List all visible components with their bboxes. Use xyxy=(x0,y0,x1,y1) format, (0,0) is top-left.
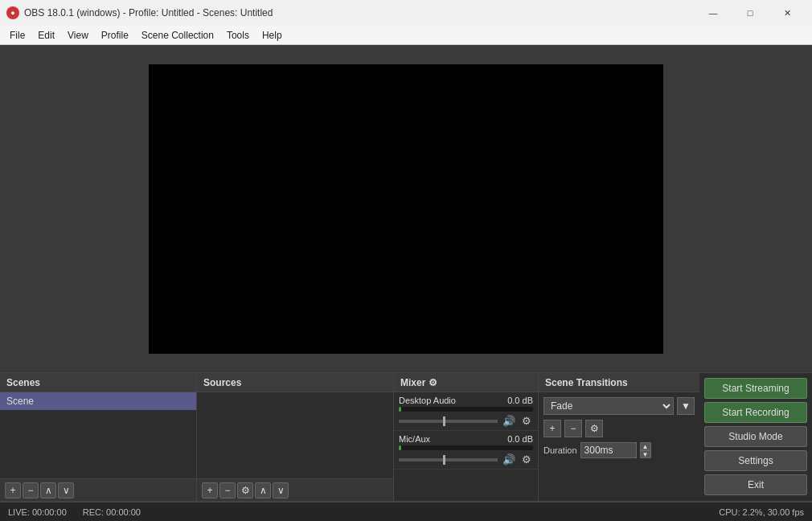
sources-list xyxy=(197,392,393,478)
sources-footer: + − ⚙ ∧ ∨ xyxy=(197,478,393,501)
transition-add-button[interactable]: + xyxy=(543,420,561,437)
mixer-mic-vol-row: 🔊 ⚙ xyxy=(399,453,533,466)
mixer-mic-fader xyxy=(399,445,533,450)
preview-area xyxy=(0,45,812,372)
scenes-footer: + − ∧ ∨ xyxy=(0,478,196,501)
mixer-channels: Desktop Audio 0.0 dB 🔊 xyxy=(394,392,538,501)
scene-item[interactable]: Scene xyxy=(0,392,196,410)
transitions-manage-row: + − ⚙ xyxy=(543,420,695,437)
app-icon: ● xyxy=(6,6,19,19)
scenes-list: Scene xyxy=(0,392,196,478)
mixer-header: Mixer xyxy=(394,373,538,392)
mixer-mic-name: Mic/Aux xyxy=(399,434,430,444)
mixer-mic-vol-thumb[interactable] xyxy=(443,455,445,465)
mixer-mic-mute-button[interactable]: 🔊 xyxy=(501,453,517,466)
rec-status: REC: 00:00:00 xyxy=(83,507,141,517)
exit-button[interactable]: Exit xyxy=(704,474,807,495)
scenes-up-button[interactable]: ∧ xyxy=(40,482,56,498)
mixer-channel-mic: Mic/Aux 0.0 dB 🔊 xyxy=(394,431,538,470)
menu-edit[interactable]: Edit xyxy=(31,27,61,44)
mixer-desktop-vol-slider[interactable] xyxy=(399,420,498,423)
mixer-mic-fader-row xyxy=(399,445,533,450)
mixer-desktop-vol-row: 🔊 ⚙ xyxy=(399,415,533,427)
scenes-header: Scenes xyxy=(0,373,196,392)
control-buttons: Start Streaming Start Recording Studio M… xyxy=(699,373,812,501)
mixer-desktop-header: Desktop Audio 0.0 dB xyxy=(399,396,533,405)
window-title: OBS 18.0.1 (windows) - Profile: Untitled… xyxy=(24,7,695,18)
sources-panel: Sources + − ⚙ ∧ ∨ xyxy=(197,373,394,501)
scenes-down-button[interactable]: ∨ xyxy=(58,482,74,498)
panels-row: Scenes Scene + − ∧ ∨ Sources xyxy=(0,373,812,502)
mixer-desktop-fader-row xyxy=(399,407,533,412)
transition-remove-button[interactable]: − xyxy=(564,420,582,437)
menu-file[interactable]: File xyxy=(3,27,31,44)
settings-button[interactable]: Settings xyxy=(704,450,807,471)
sources-add-button[interactable]: + xyxy=(202,482,218,498)
mixer-desktop-level xyxy=(399,407,401,412)
mixer-mic-header: Mic/Aux 0.0 dB xyxy=(399,434,533,444)
menu-view[interactable]: View xyxy=(61,27,95,44)
studio-mode-button[interactable]: Studio Mode xyxy=(704,426,807,447)
mixer-mic-level xyxy=(399,445,401,450)
mixer-gear-icon[interactable] xyxy=(429,377,437,388)
duration-input[interactable] xyxy=(580,442,637,458)
transitions-header: Scene Transitions xyxy=(539,373,699,392)
menu-bar: File Edit View Profile Scene Collection … xyxy=(0,26,812,45)
menu-tools[interactable]: Tools xyxy=(220,27,256,44)
main-content: Scenes Scene + − ∧ ∨ Sources xyxy=(0,45,812,521)
transitions-type-row: Fade Cut Swipe Slide Stinger ▼ xyxy=(543,397,695,415)
maximize-button[interactable]: □ xyxy=(732,0,769,26)
scenes-panel: Scenes Scene + − ∧ ∨ xyxy=(0,373,197,501)
status-live: LIVE: 00:00:00 xyxy=(8,507,67,517)
sources-label: Sources xyxy=(203,377,241,388)
sources-settings-button[interactable]: ⚙ xyxy=(237,482,253,498)
menu-profile[interactable]: Profile xyxy=(95,27,135,44)
transition-settings-button[interactable]: ⚙ xyxy=(585,420,603,437)
sources-up-button[interactable]: ∧ xyxy=(255,482,271,498)
mixer-mic-settings-button[interactable]: ⚙ xyxy=(520,453,533,466)
mixer-desktop-name: Desktop Audio xyxy=(399,396,456,405)
mixer-desktop-settings-button[interactable]: ⚙ xyxy=(520,415,533,427)
status-bar: LIVE: 00:00:00 REC: 00:00:00 CPU: 2.2%, … xyxy=(0,502,812,521)
mixer-desktop-vol-thumb[interactable] xyxy=(443,416,445,426)
duration-spinner: ▲ ▼ xyxy=(640,442,651,458)
minimize-button[interactable]: — xyxy=(695,0,732,26)
menu-scene-collection[interactable]: Scene Collection xyxy=(135,27,220,44)
transition-type-select[interactable]: Fade Cut Swipe Slide Stinger xyxy=(543,397,674,415)
transitions-label: Scene Transitions xyxy=(545,377,628,388)
transitions-controls: Fade Cut Swipe Slide Stinger ▼ + − ⚙ xyxy=(539,392,699,463)
sources-header: Sources xyxy=(197,373,393,392)
mixer-desktop-db: 0.0 dB xyxy=(507,396,533,405)
mixer-panel: Mixer Desktop Audio 0.0 dB xyxy=(394,373,539,501)
duration-down-button[interactable]: ▼ xyxy=(640,450,651,458)
transitions-panel: Scene Transitions Fade Cut Swipe Slide S… xyxy=(539,373,699,501)
transition-dropdown-icon: ▼ xyxy=(677,397,695,415)
cpu-status: CPU: 2.2%, 30.00 fps xyxy=(719,507,804,517)
scenes-add-button[interactable]: + xyxy=(5,482,21,498)
status-cpu: CPU: 2.2%, 30.00 fps xyxy=(719,507,804,517)
start-streaming-button[interactable]: Start Streaming xyxy=(704,378,807,399)
live-status: LIVE: 00:00:00 xyxy=(8,507,67,517)
start-recording-button[interactable]: Start Recording xyxy=(704,402,807,423)
mixer-desktop-mute-button[interactable]: 🔊 xyxy=(501,415,517,427)
title-bar: ● OBS 18.0.1 (windows) - Profile: Untitl… xyxy=(0,0,812,26)
sources-down-button[interactable]: ∨ xyxy=(273,482,289,498)
scenes-label: Scenes xyxy=(6,377,40,388)
mixer-desktop-fader xyxy=(399,407,533,412)
menu-help[interactable]: Help xyxy=(256,27,289,44)
scenes-remove-button[interactable]: − xyxy=(23,482,39,498)
mixer-mic-db: 0.0 dB xyxy=(507,434,533,444)
window-controls: — □ ✕ xyxy=(695,0,806,26)
mixer-label: Mixer xyxy=(400,377,425,388)
preview-canvas xyxy=(149,64,663,354)
sources-remove-button[interactable]: − xyxy=(219,482,236,498)
close-button[interactable]: ✕ xyxy=(769,0,806,26)
mixer-channel-desktop: Desktop Audio 0.0 dB 🔊 xyxy=(394,392,538,431)
duration-label: Duration xyxy=(543,445,577,455)
status-rec: REC: 00:00:00 xyxy=(83,507,141,517)
duration-row: Duration ▲ ▼ xyxy=(543,442,695,458)
duration-up-button[interactable]: ▲ xyxy=(640,442,651,450)
bottom-panel: Scenes Scene + − ∧ ∨ Sources xyxy=(0,372,812,521)
mixer-mic-vol-slider[interactable] xyxy=(399,458,498,462)
